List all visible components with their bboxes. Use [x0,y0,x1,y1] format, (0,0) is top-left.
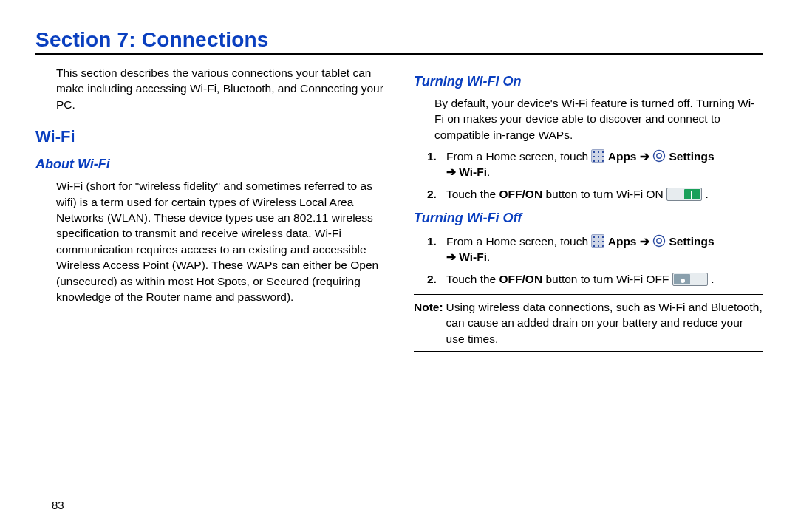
heading-turning-wifi-on: Turning Wi-Fi On [414,72,763,91]
apps-icon [591,149,604,163]
step-number: 1. [427,149,437,164]
note-rule-top [414,294,763,295]
arrow-icon: ➔ [446,166,456,178]
wifi-label: Wi-Fi [459,250,487,263]
heading-turning-wifi-off: Turning Wi-Fi Off [414,209,763,228]
step-number: 2. [427,271,437,287]
period: . [487,250,490,263]
wifi-label: Wi-Fi [459,166,487,178]
heading-about-wifi: About Wi-Fi [35,155,384,174]
step-number: 1. [427,233,437,249]
svg-point-0 [654,150,665,161]
about-wifi-body: Wi-Fi (short for "wireless fidelity" and… [56,178,384,304]
period: . [487,166,490,178]
step-text: button to turn Wi-Fi OFF [542,273,672,285]
wifi-on-steps: 1. From a Home screen, touch Apps ➔ Sett… [427,149,763,202]
toggle-on-icon [666,188,702,201]
off-on-label: OFF/ON [499,188,543,200]
settings-icon [652,234,666,248]
apps-icon [591,234,604,248]
wifi-on-intro: By default, your device's Wi-Fi feature … [434,95,763,143]
wifi-off-steps: 1. From a Home screen, touch Apps ➔ Sett… [427,233,763,287]
title-rule [35,53,763,55]
right-column: Turning Wi-Fi On By default, your device… [414,65,763,356]
period: . [705,188,708,200]
svg-point-3 [657,239,661,243]
step-text: Touch the [446,273,499,285]
arrow-icon: ➔ [640,235,649,248]
note-block: Note: Using wireless data connections, s… [414,294,763,352]
list-item: 1. From a Home screen, touch Apps ➔ Sett… [427,149,763,180]
off-on-label: OFF/ON [499,273,543,285]
apps-label: Apps [608,235,640,248]
svg-point-2 [654,235,665,246]
step-text: From a Home screen, touch [446,235,591,248]
note-label: Note: [414,299,446,347]
columns: This section describes the various conne… [35,65,763,356]
list-item: 2. Touch the OFF/ON button to turn Wi-Fi… [427,271,763,287]
arrow-icon: ➔ [446,250,456,263]
arrow-icon: ➔ [640,150,649,163]
settings-label: Settings [669,150,714,163]
toggle-off-icon [672,273,708,286]
step-text: button to turn Wi-Fi ON [542,188,666,200]
period: . [711,273,714,285]
intro-paragraph: This section describes the various conne… [56,65,384,112]
settings-label: Settings [669,235,714,248]
step-text: From a Home screen, touch [446,150,591,163]
left-column: This section describes the various conne… [35,65,384,356]
page-number: 83 [52,499,64,511]
note-rule-bottom [414,351,763,352]
step-text: Touch the [446,188,499,200]
svg-point-1 [657,154,661,158]
section-title: Section 7: Connections [35,28,763,52]
note-text: Using wireless data connections, such as… [446,299,763,347]
list-item: 2. Touch the OFF/ON button to turn Wi-Fi… [427,186,763,202]
settings-icon [652,149,666,163]
step-number: 2. [427,186,437,202]
apps-label: Apps [608,150,640,163]
heading-wifi: Wi-Fi [35,126,384,148]
list-item: 1. From a Home screen, touch Apps ➔ Sett… [427,233,763,265]
